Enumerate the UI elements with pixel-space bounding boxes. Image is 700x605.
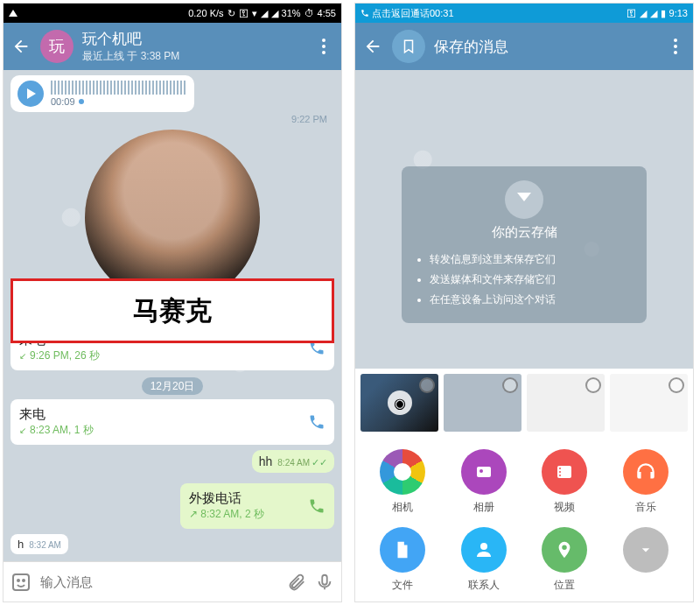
message-input-bar bbox=[4, 561, 341, 601]
waveform bbox=[51, 81, 187, 95]
chat-messages[interactable]: 00:09 9:22 PM 马赛克 00:07 9:22 PM 来电 ↙9:26… bbox=[4, 70, 341, 561]
back-button[interactable] bbox=[362, 36, 383, 57]
clock: 4:55 bbox=[318, 8, 336, 18]
phone-left: 0.20 K/s ↻ ⚿ ▾ ◢ ◢ 31% ⏱ 4:55 玩 玩个机吧 最近上… bbox=[3, 3, 342, 602]
incoming-message[interactable]: h8:32 AM bbox=[10, 534, 334, 554]
message-text: h bbox=[18, 538, 24, 551]
key-icon: ⚿ bbox=[239, 8, 248, 18]
recent-photos-strip: ◉ bbox=[355, 369, 693, 437]
attach-icon[interactable] bbox=[287, 573, 306, 592]
chat-title: 保存的消息 bbox=[434, 37, 656, 57]
read-ticks-icon: ✓✓ bbox=[312, 457, 327, 468]
message-time: 8:32 AM bbox=[29, 540, 61, 550]
wifi-icon: ▾ bbox=[252, 8, 257, 19]
call-log-incoming[interactable]: 来电 ↙8:23 AM, 1 秒 bbox=[10, 399, 334, 445]
battery-pct: 31% bbox=[282, 8, 301, 18]
round-video-message[interactable]: 马赛克 bbox=[10, 130, 334, 305]
cloud-title: 你的云存储 bbox=[414, 224, 634, 241]
cloud-bullet: 发送媒体和文件来存储它们 bbox=[430, 270, 634, 290]
attach-contact[interactable]: 联系人 bbox=[444, 527, 525, 593]
header-titles[interactable]: 玩个机吧 最近上线 于 3:38 PM bbox=[82, 29, 304, 64]
phone-icon[interactable] bbox=[308, 413, 326, 431]
cloud-bullet: 转发信息到这里来保存它们 bbox=[430, 250, 634, 270]
cloud-bullet: 在任意设备上访问这个对话 bbox=[430, 290, 634, 310]
play-icon[interactable] bbox=[18, 81, 44, 107]
svg-rect-0 bbox=[13, 574, 29, 590]
censor-overlay: 马赛克 bbox=[10, 278, 334, 343]
photo-thumb[interactable] bbox=[444, 374, 522, 432]
key-icon: ⚿ bbox=[626, 8, 636, 18]
attach-more[interactable] bbox=[606, 527, 687, 593]
photo-thumb[interactable] bbox=[610, 374, 688, 432]
svg-point-5 bbox=[480, 469, 483, 473]
unread-dot-icon bbox=[79, 99, 84, 104]
attach-camera[interactable]: 相机 bbox=[362, 449, 444, 515]
attach-gallery[interactable]: 相册 bbox=[444, 449, 525, 515]
outgoing-arrow-icon: ↗ bbox=[189, 508, 198, 520]
chat-title: 玩个机吧 bbox=[82, 29, 304, 49]
chat-header: 保存的消息 bbox=[355, 23, 693, 70]
call-title: 来电 bbox=[19, 406, 308, 423]
contact-avatar[interactable]: 玩 bbox=[40, 30, 74, 63]
message-text: hh bbox=[259, 454, 273, 468]
mic-icon[interactable] bbox=[315, 573, 334, 592]
phone-icon[interactable] bbox=[308, 497, 326, 515]
chat-header: 玩 玩个机吧 最近上线 于 3:38 PM bbox=[4, 23, 341, 70]
cloud-storage-hint: 你的云存储 转发信息到这里来保存它们 发送媒体和文件来存储它们 在任意设备上访问… bbox=[402, 166, 647, 323]
status-bar[interactable]: 点击返回通话00:31 ⚿ ◢ ◢ ▮ 9:13 bbox=[355, 4, 693, 23]
call-detail: 8:32 AM, 2 秒 bbox=[200, 508, 264, 520]
message-time: 8:24 AM bbox=[277, 458, 310, 468]
attach-video[interactable]: 视频 bbox=[524, 449, 606, 515]
signal-icon: ◢ bbox=[271, 8, 278, 19]
alarm-icon: ⏱ bbox=[304, 8, 314, 18]
svg-point-1 bbox=[18, 580, 19, 581]
signal-icon: ◢ bbox=[640, 8, 647, 19]
cloud-download-icon bbox=[505, 180, 543, 219]
battery-icon: ▮ bbox=[661, 8, 666, 19]
incoming-arrow-icon: ↙ bbox=[19, 351, 26, 361]
back-button[interactable] bbox=[10, 36, 32, 57]
voice-message[interactable]: 00:09 bbox=[10, 75, 194, 112]
svg-point-8 bbox=[559, 471, 561, 473]
video-icon bbox=[542, 449, 587, 495]
attachment-grid: 相机 相册 视频 音乐 文件 联系人 位置 bbox=[355, 437, 693, 601]
select-ring-icon[interactable] bbox=[668, 377, 684, 393]
date-separator: 12月20日 bbox=[10, 377, 334, 394]
return-to-call-banner[interactable]: 点击返回通话00:31 bbox=[360, 7, 454, 20]
attach-music[interactable]: 音乐 bbox=[606, 449, 687, 515]
contact-icon bbox=[461, 527, 507, 573]
photo-thumb[interactable] bbox=[527, 374, 605, 432]
svg-point-10 bbox=[480, 543, 487, 550]
select-ring-icon[interactable] bbox=[419, 377, 435, 393]
more-menu-button[interactable] bbox=[665, 39, 686, 54]
gallery-icon bbox=[461, 449, 507, 495]
chevron-down-icon bbox=[623, 527, 668, 573]
warning-icon bbox=[9, 10, 18, 17]
call-detail: 8:23 AM, 1 秒 bbox=[30, 423, 94, 438]
svg-point-2 bbox=[23, 580, 24, 581]
attach-file[interactable]: 文件 bbox=[362, 527, 444, 593]
status-bar: 0.20 K/s ↻ ⚿ ▾ ◢ ◢ 31% ⏱ 4:55 bbox=[4, 4, 341, 23]
svg-rect-3 bbox=[322, 574, 327, 584]
attach-location[interactable]: 位置 bbox=[524, 527, 606, 593]
sync-icon: ↻ bbox=[228, 8, 235, 19]
photo-thumb[interactable]: ◉ bbox=[360, 374, 438, 432]
call-title: 外拨电话 bbox=[189, 490, 264, 507]
svg-point-7 bbox=[559, 468, 561, 469]
voice-duration: 00:09 bbox=[51, 96, 75, 107]
header-titles[interactable]: 保存的消息 bbox=[434, 37, 656, 57]
call-log-outgoing[interactable]: 外拨电话 ↗ 8:32 AM, 2 秒 bbox=[180, 483, 334, 529]
more-menu-button[interactable] bbox=[313, 39, 334, 54]
sticker-icon[interactable] bbox=[10, 572, 32, 593]
select-ring-icon[interactable] bbox=[502, 377, 518, 393]
chat-messages[interactable]: 你的云存储 转发信息到这里来保存它们 发送媒体和文件来存储它们 在任意设备上访问… bbox=[355, 70, 693, 369]
select-ring-icon[interactable] bbox=[585, 377, 601, 393]
message-time: 9:22 PM bbox=[10, 114, 327, 124]
outgoing-message[interactable]: hh8:24 AM✓✓ bbox=[10, 450, 334, 473]
message-input[interactable] bbox=[40, 574, 278, 589]
net-speed: 0.20 K/s bbox=[188, 8, 223, 18]
chat-subtitle: 最近上线 于 3:38 PM bbox=[82, 49, 304, 64]
saved-messages-avatar[interactable] bbox=[392, 30, 425, 63]
signal-icon: ◢ bbox=[261, 8, 268, 19]
phone-right: 点击返回通话00:31 ⚿ ◢ ◢ ▮ 9:13 保存的消息 你的云存储 转发信… bbox=[354, 3, 694, 602]
